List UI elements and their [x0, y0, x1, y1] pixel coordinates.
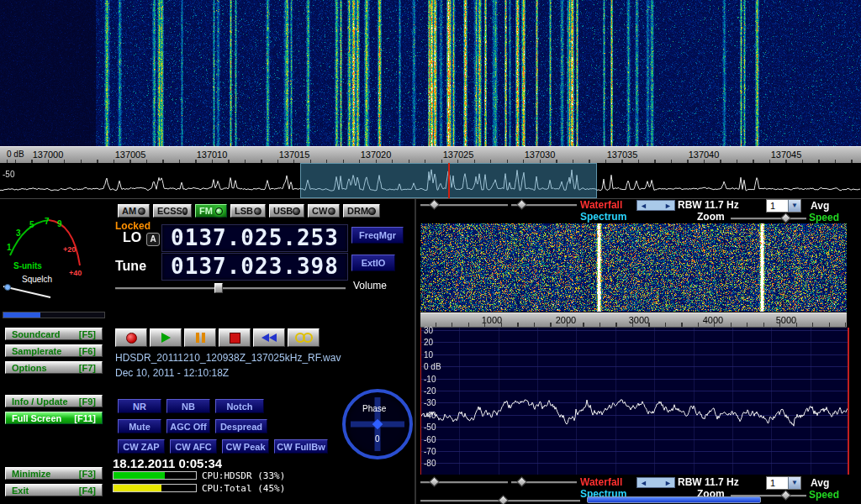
main-waterfall-display[interactable] — [0, 0, 861, 146]
tune-frequency-display[interactable]: 0137.023.398 — [161, 253, 348, 281]
stop-button[interactable] — [219, 328, 251, 347]
mode-button-drm[interactable]: DRM — [343, 204, 380, 218]
cw-zap-button[interactable]: CW ZAP — [118, 439, 165, 454]
frequency-scale[interactable]: 0 dB 137000 137005 137010 137015 137020 … — [0, 146, 861, 165]
avg-select-value: 1 — [767, 477, 788, 489]
button-label: Samplerate — [12, 346, 61, 356]
loop-button[interactable] — [288, 328, 320, 347]
minimize-button[interactable]: Minimize[F3] — [5, 467, 103, 480]
dropdown-arrow-icon[interactable]: ▼ — [788, 200, 800, 212]
tune-label: Tune — [115, 259, 146, 274]
mode-button-ecss[interactable]: ECSS — [153, 204, 192, 218]
button-key: [F7] — [79, 363, 96, 373]
mode-led — [328, 207, 335, 215]
zoom-slider-thumb-bottom[interactable] — [780, 490, 791, 501]
brightness-slider-thumb[interactable] — [498, 495, 509, 504]
mode-button-cw[interactable]: CW — [308, 204, 340, 218]
freq-tick-label: 137035 — [602, 150, 642, 160]
mode-button-lsb[interactable]: LSB — [230, 204, 266, 218]
mode-label: ECSS — [157, 206, 182, 216]
button-key: [F3] — [79, 469, 96, 479]
mode-led — [138, 207, 145, 215]
record-button[interactable] — [115, 328, 147, 347]
waterfall-upper-slider-thumb[interactable] — [429, 199, 440, 210]
tune-cursor[interactable] — [448, 163, 450, 198]
cw-peak-button[interactable]: CW Peak — [222, 439, 269, 454]
waterfall-lower-slider-thumb-bottom[interactable] — [516, 476, 527, 487]
fullscreen-button[interactable]: Full Screen[F11] — [5, 412, 103, 424]
scroll-left-icon[interactable]: ◄ — [640, 479, 647, 487]
rbw-label-bottom: RBW 11.7 Hz — [678, 476, 739, 488]
waterfall-upper-slider-thumb-bottom[interactable] — [429, 476, 440, 487]
db-scale-label: -40 — [424, 411, 436, 420]
mode-button-fm[interactable]: FM — [195, 204, 227, 218]
avg-select-value: 1 — [767, 200, 788, 212]
info-update-button[interactable]: Info / Update[F9] — [5, 395, 103, 407]
spectrum-label-top[interactable]: Spectrum — [580, 211, 626, 223]
cw-fullbw-button[interactable]: CW FullBw — [274, 439, 328, 454]
shift-scrollbar-top[interactable]: ◄ ► — [637, 200, 675, 211]
db-axis-label-top: 0 dB — [7, 150, 24, 159]
scroll-right-icon[interactable]: ► — [664, 202, 672, 210]
notch-button[interactable]: Notch — [215, 399, 264, 413]
waterfall-lower-slider-thumb[interactable] — [516, 199, 527, 210]
s-units-label: S-units — [13, 261, 42, 270]
db-scale-label: 10 — [424, 350, 433, 360]
options-button[interactable]: Options[F7] — [5, 361, 103, 374]
mode-button-am[interactable]: AM — [118, 204, 150, 218]
agc-button[interactable]: AGC Off — [166, 419, 210, 433]
overview-spectrum[interactable]: -50 — [0, 163, 861, 198]
mode-led — [293, 207, 300, 215]
avg-select-top[interactable]: 1 ▼ — [766, 199, 801, 213]
mute-button[interactable]: Mute — [118, 419, 161, 433]
freqmgr-button[interactable]: FreqMgr — [351, 227, 404, 244]
lo-frequency-display[interactable]: 0137.025.253 — [161, 224, 348, 252]
squelch-slider[interactable] — [3, 312, 105, 318]
pause-icon — [196, 333, 205, 343]
avg-select-bottom[interactable]: 1 ▼ — [766, 476, 801, 490]
cw-afc-button[interactable]: CW AFC — [170, 439, 217, 454]
rf-waterfall-display[interactable] — [420, 223, 847, 312]
exit-button[interactable]: Exit[F4] — [5, 484, 103, 496]
button-label: Soundcard — [12, 329, 60, 339]
scroll-right-icon[interactable]: ► — [664, 479, 672, 487]
zoom-slider-thumb-top[interactable] — [780, 213, 791, 223]
rf-frequency-scale[interactable]: 1000 2000 3000 4000 5000 — [420, 312, 847, 328]
nb-button[interactable]: NB — [166, 399, 210, 413]
s-meter-over-label: +20 — [63, 245, 76, 254]
lo-label: LO — [123, 230, 141, 245]
button-key: [F4] — [79, 486, 96, 496]
despread-button[interactable]: Despread — [215, 419, 267, 433]
s-meter-over-label: +40 — [69, 269, 82, 277]
play-button[interactable] — [150, 328, 182, 347]
waterfall-label-bottom[interactable]: Waterfall — [580, 476, 622, 488]
rf-spectrum-display[interactable]: 30 20 10 0 dB -10 -20 -30 -40 -50 -60 -7… — [420, 328, 849, 475]
button-key: [F11] — [74, 413, 96, 423]
pause-button[interactable] — [184, 328, 216, 347]
speed-bar[interactable] — [587, 496, 761, 503]
db-scale-label: -10 — [424, 375, 436, 384]
dropdown-arrow-icon[interactable]: ▼ — [788, 477, 800, 489]
waterfall-label-top[interactable]: Waterfall — [580, 199, 622, 211]
button-label: Exit — [12, 486, 29, 496]
mode-label: USB — [273, 206, 293, 216]
volume-slider[interactable] — [115, 287, 346, 290]
freq-tick-label: 137010 — [192, 150, 232, 160]
zoom-slider-top[interactable] — [731, 218, 806, 220]
lo-lock-a-button[interactable]: A — [146, 233, 160, 246]
nr-button[interactable]: NR — [118, 399, 161, 413]
samplerate-button[interactable]: Samplerate[F6] — [5, 344, 103, 357]
volume-slider-thumb[interactable] — [214, 283, 223, 293]
cpu-hdsdr-label: CPU:HDSDR (33%) — [202, 470, 285, 481]
shift-scrollbar-bottom[interactable]: ◄ ► — [637, 477, 675, 488]
mode-label: CW — [312, 206, 327, 216]
stop-icon — [230, 333, 240, 344]
mode-label: AM — [122, 206, 136, 216]
cpu-total-fill — [114, 485, 161, 491]
extio-button[interactable]: ExtIO — [351, 255, 395, 271]
rewind-button[interactable] — [253, 328, 285, 347]
soundcard-button[interactable]: Soundcard[F5] — [5, 328, 103, 340]
mode-button-usb[interactable]: USB — [269, 204, 304, 218]
scroll-left-icon[interactable]: ◄ — [640, 202, 647, 210]
volume-label: Volume — [353, 280, 387, 291]
